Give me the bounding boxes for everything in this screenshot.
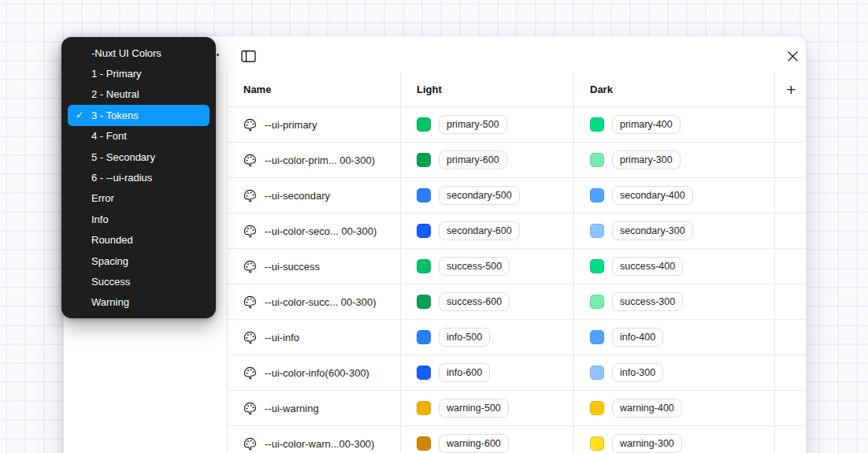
light-token-chip[interactable]: secondary-600 bbox=[439, 221, 520, 240]
light-token-chip-label: info-600 bbox=[447, 367, 482, 378]
light-token-chip[interactable]: info-600 bbox=[439, 363, 490, 382]
menu-item-label: -Nuxt UI Colors bbox=[91, 47, 161, 59]
light-token-chip[interactable]: success-500 bbox=[439, 257, 510, 276]
variable-row[interactable]: --ui-secondary secondary-500 secondary-4… bbox=[228, 178, 807, 214]
light-token-chip[interactable]: warning-600 bbox=[439, 434, 509, 453]
column-header-name: Name bbox=[228, 72, 401, 106]
dark-color-swatch[interactable] bbox=[590, 224, 604, 238]
name-cell[interactable]: --ui-warning bbox=[228, 391, 401, 425]
dark-token-chip[interactable]: info-300 bbox=[612, 363, 663, 382]
menu-item-error[interactable]: Error bbox=[61, 188, 216, 209]
menu-item-spacing[interactable]: Spacing bbox=[61, 251, 216, 271]
variable-name: --ui-success bbox=[265, 261, 320, 273]
dark-token-chip[interactable]: warning-300 bbox=[612, 434, 682, 453]
menu-item-nuxt-ui-colors[interactable]: -Nuxt UI Colors bbox=[61, 43, 216, 63]
palette-icon bbox=[243, 437, 257, 451]
menu-item-2-neutral[interactable]: 2 - Neutral bbox=[61, 84, 216, 105]
variable-row[interactable]: --ui-color-info(600-300) info-600 info-3… bbox=[228, 355, 807, 391]
menu-item-6-ui-radius[interactable]: 6 - --ui-radius bbox=[61, 167, 216, 188]
variable-name: --ui-primary bbox=[265, 119, 317, 131]
dark-color-swatch[interactable] bbox=[590, 259, 604, 273]
name-cell[interactable]: --ui-success bbox=[228, 249, 401, 284]
light-token-chip[interactable]: primary-600 bbox=[439, 150, 507, 169]
dark-token-chip[interactable]: info-400 bbox=[612, 328, 663, 347]
variable-row[interactable]: --ui-primary primary-500 primary-400 bbox=[228, 107, 807, 143]
light-color-swatch[interactable] bbox=[417, 330, 431, 344]
palette-icon bbox=[243, 189, 257, 202]
dark-color-swatch[interactable] bbox=[590, 295, 604, 309]
empty-cell bbox=[775, 249, 807, 284]
close-panel-button[interactable] bbox=[781, 45, 803, 67]
menu-item-info[interactable]: Info bbox=[61, 209, 216, 229]
dark-color-swatch[interactable] bbox=[590, 188, 604, 202]
light-token-chip[interactable]: warning-500 bbox=[439, 399, 509, 418]
name-cell[interactable]: --ui-info bbox=[228, 320, 401, 355]
menu-item-3-tokens[interactable]: ✓ 3 - Tokens bbox=[68, 105, 210, 125]
dark-token-chip[interactable]: success-400 bbox=[612, 257, 683, 276]
sidebar-toggle-button[interactable] bbox=[237, 45, 259, 67]
dark-color-swatch[interactable] bbox=[590, 153, 604, 167]
dark-token-chip[interactable]: warning-400 bbox=[612, 399, 682, 418]
menu-item-label: 6 - --ui-radius bbox=[91, 172, 152, 184]
light-color-swatch[interactable] bbox=[417, 436, 431, 451]
variable-name: --ui-info bbox=[265, 332, 299, 343]
light-token-chip[interactable]: primary-500 bbox=[439, 115, 507, 134]
empty-cell bbox=[775, 355, 807, 390]
name-cell[interactable]: --ui-color-warn...00-300) bbox=[228, 426, 401, 453]
light-token-chip-label: success-500 bbox=[447, 261, 502, 272]
check-icon: ✓ bbox=[76, 110, 83, 121]
light-token-chip[interactable]: info-500 bbox=[439, 328, 490, 347]
dark-color-swatch[interactable] bbox=[590, 436, 604, 451]
add-mode-button[interactable]: + bbox=[780, 77, 803, 101]
dark-cell: warning-300 bbox=[574, 426, 775, 453]
light-color-swatch[interactable] bbox=[417, 224, 431, 238]
light-color-swatch[interactable] bbox=[417, 117, 431, 132]
variable-row[interactable]: --ui-info info-500 info-400 bbox=[228, 320, 807, 355]
variable-row[interactable]: --ui-color-warn...00-300) warning-600 wa… bbox=[228, 426, 807, 453]
dark-token-chip[interactable]: secondary-400 bbox=[612, 186, 693, 205]
name-cell[interactable]: --ui-secondary bbox=[228, 178, 401, 213]
name-cell[interactable]: --ui-color-prim... 00-300) bbox=[228, 143, 401, 177]
light-color-swatch[interactable] bbox=[417, 259, 431, 273]
palette-icon bbox=[243, 118, 257, 132]
menu-item-warning[interactable]: Warning bbox=[61, 292, 216, 313]
dark-color-swatch[interactable] bbox=[590, 330, 604, 344]
empty-cell bbox=[775, 178, 807, 213]
empty-cell bbox=[775, 426, 807, 453]
variable-row[interactable]: --ui-color-seco... 00-300) secondary-600… bbox=[228, 214, 807, 249]
variable-row[interactable]: --ui-success success-500 success-400 bbox=[228, 249, 807, 284]
light-color-swatch[interactable] bbox=[417, 366, 431, 380]
name-cell[interactable]: --ui-color-seco... 00-300) bbox=[228, 214, 401, 248]
menu-item-4-font[interactable]: 4 - Font bbox=[61, 126, 216, 147]
dark-token-chip[interactable]: success-300 bbox=[612, 292, 683, 311]
name-cell[interactable]: --ui-color-succ... 00-300) bbox=[228, 284, 401, 319]
dark-cell: success-400 bbox=[574, 249, 775, 284]
dark-token-chip[interactable]: primary-400 bbox=[612, 115, 681, 134]
dark-token-chip-label: success-300 bbox=[620, 296, 675, 307]
variable-name: --ui-color-succ... 00-300) bbox=[265, 296, 377, 308]
menu-item-1-primary[interactable]: 1 - Primary bbox=[61, 63, 216, 84]
light-token-chip[interactable]: secondary-500 bbox=[439, 186, 520, 205]
light-color-swatch[interactable] bbox=[417, 153, 431, 167]
light-color-swatch[interactable] bbox=[417, 188, 431, 202]
variable-name: --ui-secondary bbox=[265, 190, 330, 202]
name-cell[interactable]: --ui-color-info(600-300) bbox=[228, 355, 401, 390]
dark-token-chip[interactable]: secondary-300 bbox=[612, 221, 693, 240]
name-cell[interactable]: --ui-primary bbox=[228, 107, 401, 142]
dark-color-swatch[interactable] bbox=[590, 117, 604, 132]
variable-row[interactable]: --ui-warning warning-500 warning-400 bbox=[228, 391, 807, 426]
dark-token-chip[interactable]: primary-300 bbox=[612, 150, 681, 169]
light-token-chip-label: warning-600 bbox=[447, 438, 501, 449]
menu-item-success[interactable]: Success bbox=[61, 271, 216, 291]
menu-item-5-secondary[interactable]: 5 - Secondary bbox=[61, 147, 216, 167]
menu-item-rounded[interactable]: Rounded bbox=[61, 230, 216, 251]
light-token-chip[interactable]: success-600 bbox=[439, 292, 510, 311]
dark-color-swatch[interactable] bbox=[590, 366, 604, 380]
light-color-swatch[interactable] bbox=[417, 401, 431, 415]
light-cell: primary-500 bbox=[401, 107, 574, 142]
variable-row[interactable]: --ui-color-succ... 00-300) success-600 s… bbox=[228, 284, 807, 320]
dark-color-swatch[interactable] bbox=[590, 401, 604, 415]
light-color-swatch[interactable] bbox=[417, 295, 431, 309]
variable-row[interactable]: --ui-color-prim... 00-300) primary-600 p… bbox=[228, 143, 807, 178]
menu-item-label: Warning bbox=[91, 296, 129, 308]
